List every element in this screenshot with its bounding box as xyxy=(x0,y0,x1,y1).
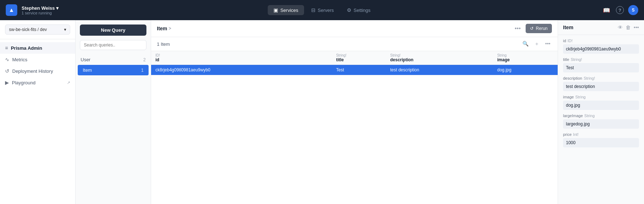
top-nav-right: 📖 ? S xyxy=(602,5,638,15)
env-selector[interactable]: sw-be-sick-fits / dev ▾ xyxy=(5,25,70,35)
servers-label: Servers xyxy=(318,8,334,13)
col-image-name: image xyxy=(497,57,553,62)
query-item-count: 1 xyxy=(141,68,144,73)
settings-icon: ⚙ xyxy=(347,7,352,13)
col-title-type: String! xyxy=(336,53,381,57)
deployment-history-label: Deployment History xyxy=(12,68,53,74)
sidebar-item-deployment-history[interactable]: ↺ Deployment History xyxy=(0,65,75,77)
detail-title: Item xyxy=(563,25,615,30)
more-data-icon[interactable]: ••• xyxy=(544,40,552,48)
service-status: 1 service running xyxy=(22,11,59,15)
detail-field-image-label: image String xyxy=(563,95,639,99)
detail-field-description-label: description String! xyxy=(563,76,639,80)
table-header-row: ID! id String! title String! description xyxy=(151,51,558,65)
col-title-name: title xyxy=(336,57,381,62)
env-chevron-icon: ▾ xyxy=(64,27,66,32)
detail-field-image: image String dog.jpg xyxy=(563,95,639,110)
external-link-icon: ↗ xyxy=(67,80,70,85)
detail-field-description: description String! test description xyxy=(563,76,639,91)
detail-field-largeimage: largeImage String largedog.jpg xyxy=(563,114,639,129)
nav-tab-servers[interactable]: ⊟ Servers xyxy=(305,5,340,15)
sidebar-item-playground[interactable]: ▶ Playground ↗ xyxy=(0,77,75,88)
data-title: Item > xyxy=(157,26,171,31)
services-label: Services xyxy=(280,8,298,13)
data-table-wrapper: ID! id String! title String! description xyxy=(151,51,558,204)
detail-field-largeimage-label: largeImage String xyxy=(563,114,639,118)
detail-more-icon[interactable]: ••• xyxy=(634,25,639,30)
detail-field-id-value: ck8rjeb4g09tl0981aeu9wyb0 xyxy=(563,44,639,54)
rerun-icon: ↺ xyxy=(530,26,534,31)
detail-field-title: title String! Test xyxy=(563,57,639,72)
top-nav: ▲ Stephen Weiss ▾ 1 service running ▣ Se… xyxy=(0,0,644,20)
data-title-text: Item xyxy=(157,26,167,31)
metrics-label: Metrics xyxy=(12,57,27,62)
query-user-label: User xyxy=(81,57,90,62)
col-id-name: id xyxy=(155,57,327,62)
col-id: ID! id xyxy=(151,51,332,65)
user-name: Stephen Weiss ▾ xyxy=(22,5,59,11)
sidebar-item-prisma-admin[interactable]: ≡ Prisma Admin xyxy=(0,42,75,54)
sidebar-item-metrics[interactable]: ∿ Metrics xyxy=(0,54,75,65)
add-row-icon[interactable]: ＋ xyxy=(533,40,541,48)
col-image-type: String xyxy=(497,53,553,57)
rerun-button[interactable]: ↺ Rerun xyxy=(526,24,552,33)
nav-tab-services[interactable]: ▣ Services xyxy=(268,5,304,15)
detail-view-icon[interactable]: 👁 xyxy=(618,25,623,30)
data-toolbar: Item > ••• ↺ Rerun xyxy=(151,20,558,37)
detail-field-title-label: title String! xyxy=(563,57,639,62)
cell-image: dog.jpg xyxy=(493,65,558,75)
deployment-history-icon: ↺ xyxy=(5,68,9,74)
detail-field-price-label: price Int! xyxy=(563,132,639,137)
new-query-label: New Query xyxy=(101,27,126,33)
detail-delete-icon[interactable]: 🗑 xyxy=(626,25,631,30)
detail-field-title-value: Test xyxy=(563,63,639,72)
data-count: 1 Item xyxy=(157,41,518,47)
col-image: String image xyxy=(493,51,558,65)
col-description-type: String! xyxy=(390,53,488,57)
nav-tab-settings[interactable]: ⚙ Settings xyxy=(341,5,376,15)
env-value: sw-be-sick-fits / dev xyxy=(9,27,47,32)
col-description-name: description xyxy=(390,57,488,62)
query-item-label: Item xyxy=(83,67,92,73)
table-row[interactable]: ck8rjeb4g09tl0981aeu9wyb0 Test test desc… xyxy=(151,65,558,75)
col-description: String! description xyxy=(386,51,493,65)
detail-panel: Item 👁 🗑 ••• id ID! ck8rjeb4g09tl0981aeu… xyxy=(558,20,644,204)
metrics-icon: ∿ xyxy=(5,57,9,62)
detail-field-description-value: test description xyxy=(563,82,639,91)
detail-field-image-value: dog.jpg xyxy=(563,101,639,110)
data-area: Item > ••• ↺ Rerun 1 Item 🔍 ＋ ••• xyxy=(151,20,558,204)
detail-header-icons: 👁 🗑 ••• xyxy=(618,25,639,30)
query-user[interactable]: User 2 xyxy=(76,54,151,65)
detail-field-price-value: 1000 xyxy=(563,138,639,147)
rerun-label: Rerun xyxy=(536,26,548,31)
sidebar: sw-be-sick-fits / dev ▾ ≡ Prisma Admin ∿… xyxy=(0,20,76,204)
toolbar-more-icon[interactable]: ••• xyxy=(513,25,523,32)
col-title: String! title xyxy=(332,51,386,65)
cell-id: ck8rjeb4g09tl0981aeu9wyb0 xyxy=(151,65,332,75)
queries-panel: New Query User 2 Item 1 xyxy=(76,20,151,204)
data-sub-toolbar: 1 Item 🔍 ＋ ••• xyxy=(151,37,558,51)
data-sub-icons: 🔍 ＋ ••• xyxy=(521,40,552,48)
help-icon[interactable]: ? xyxy=(616,6,624,14)
avatar[interactable]: S xyxy=(628,5,638,15)
data-table: ID! id String! title String! description xyxy=(151,51,558,75)
table-header: ID! id String! title String! description xyxy=(151,51,558,65)
docs-icon[interactable]: 📖 xyxy=(602,5,612,15)
cell-title: Test xyxy=(332,65,386,75)
query-item[interactable]: Item 1 xyxy=(78,65,149,75)
detail-field-id: id ID! ck8rjeb4g09tl0981aeu9wyb0 xyxy=(563,39,639,54)
playground-label: Playground xyxy=(12,80,36,85)
logo: ▲ xyxy=(6,4,17,16)
search-input[interactable] xyxy=(80,40,146,50)
settings-label: Settings xyxy=(354,8,371,13)
col-id-type: ID! xyxy=(155,53,327,57)
queries-list: User 2 Item 1 xyxy=(76,53,151,77)
prisma-admin-icon: ≡ xyxy=(5,45,8,51)
new-query-button[interactable]: New Query xyxy=(80,25,146,36)
env-selector-container: sw-be-sick-fits / dev ▾ xyxy=(0,20,75,39)
detail-header: Item 👁 🗑 ••• xyxy=(558,20,644,35)
prisma-admin-label: Prisma Admin xyxy=(11,45,42,51)
sidebar-nav: ≡ Prisma Admin ∿ Metrics ↺ Deployment Hi… xyxy=(0,39,75,91)
query-user-count: 2 xyxy=(143,57,146,62)
search-data-icon[interactable]: 🔍 xyxy=(521,40,530,48)
